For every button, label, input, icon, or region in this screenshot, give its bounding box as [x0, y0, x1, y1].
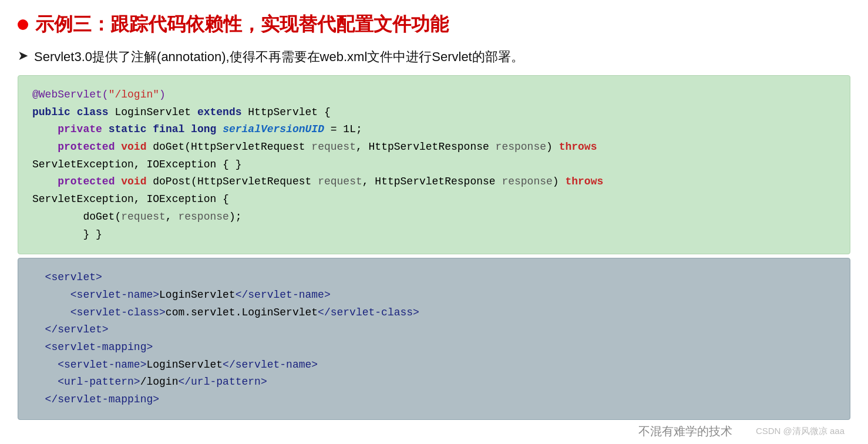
csdn-credit: CSDN @清风微凉 aaa — [756, 426, 845, 437]
arrow-icon: ➤ — [18, 48, 28, 63]
watermark-text: 不混有难学的技术 — [638, 423, 732, 439]
red-dot-icon — [18, 19, 28, 30]
page-title: 示例三：跟踪代码依赖性，实现替代配置文件功能 — [35, 12, 449, 38]
watermark-row: 不混有难学的技术 CSDN @清风微凉 aaa — [18, 423, 850, 439]
description-text: Servlet3.0提供了注解(annotation),使得不再需要在web.x… — [34, 48, 524, 66]
description-row: ➤ Servlet3.0提供了注解(annotation),使得不再需要在web… — [18, 48, 850, 66]
java-code-block: @WebServlet("/login") public class Login… — [18, 75, 850, 254]
kw-public: public — [32, 106, 70, 118]
xml-code-block: <servlet> <servlet-name>LoginServlet</se… — [18, 258, 850, 420]
page-container: 示例三：跟踪代码依赖性，实现替代配置文件功能 ➤ Servlet3.0提供了注解… — [0, 0, 868, 444]
annotation: @WebServlet("/login") — [32, 89, 166, 100]
title-row: 示例三：跟踪代码依赖性，实现替代配置文件功能 — [18, 12, 850, 38]
